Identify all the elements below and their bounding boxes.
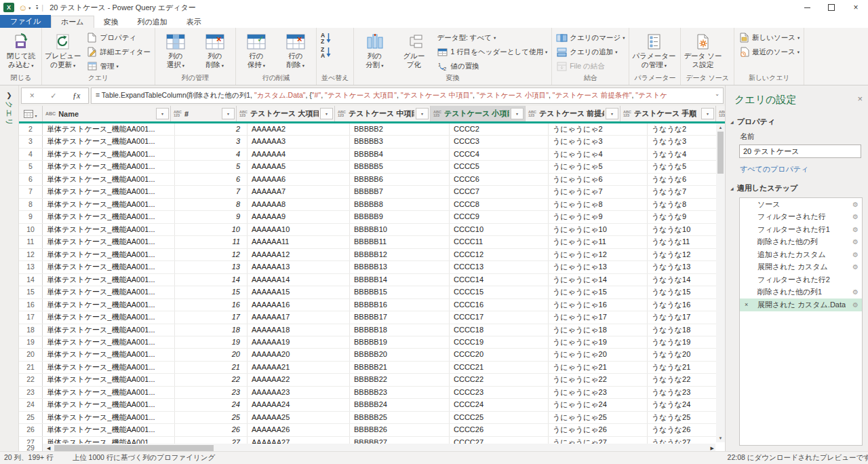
grid-cell[interactable]: BBBBB7 [350,186,450,197]
row-number[interactable]: 19 [19,336,43,348]
query-name-input[interactable] [739,144,861,158]
grid-cell[interactable]: CCCC17 [450,311,549,323]
grid-cell[interactable]: AAAAAA20 [248,349,350,360]
grid-cell[interactable]: うなうな18 [648,324,725,336]
step-item[interactable]: ソース⚙ [740,198,862,211]
grid-cell[interactable]: CCCC15 [450,286,549,298]
grid-cell[interactable]: BBBBB14 [350,274,450,286]
grid-cell[interactable]: うなうな8 [648,199,725,210]
panel-close-icon[interactable]: × [857,94,863,104]
grid-cell[interactable]: うにゃうにゃ10 [549,224,648,235]
sort-descending-button[interactable]: ZA [317,45,338,59]
grid-cell[interactable]: CCCC7 [450,186,549,197]
grid-cell[interactable]: うなうな22 [648,374,725,385]
row-number[interactable]: 20 [19,349,43,360]
row-number[interactable]: 16 [19,299,43,311]
grid-cell[interactable]: 6 [175,174,248,185]
manage-parameters-button[interactable]: パラメーターの管理▾ [630,28,677,70]
grid-cell[interactable]: うなうな27 [648,437,725,444]
grid-cell[interactable]: 単体テストケース_機能AA001... [43,199,175,210]
grid-cell[interactable]: CCCC12 [450,249,549,260]
row-number[interactable]: 14 [19,274,43,286]
grid-cell[interactable]: 13 [175,261,248,273]
grid-cell[interactable]: うにゃうにゃ16 [549,299,648,311]
grid-cell[interactable]: うにゃうにゃ12 [549,249,648,260]
grid-cell[interactable]: BBBBB21 [350,362,450,373]
grid-cell[interactable]: 単体テストケース_機能AA001... [43,374,175,385]
row-number[interactable]: 4 [19,149,43,160]
grid-cell[interactable]: BBBBB27 [350,437,450,444]
horizontal-scroll-thumb[interactable] [54,445,214,451]
grid-cell[interactable]: AAAAAA7 [248,186,350,197]
filter-button[interactable]: ▾ [222,108,235,119]
step-settings-gear-icon[interactable]: ⚙ [852,251,859,258]
row-number[interactable]: 13 [19,261,43,273]
grid-cell[interactable]: BBBBB20 [350,349,450,360]
row-number[interactable]: 26 [19,424,43,436]
grid-cell[interactable]: CCCC23 [450,387,549,398]
grid-cell[interactable]: AAAAAA8 [248,199,350,210]
grid-cell[interactable]: うなうな20 [648,349,725,360]
filter-button[interactable]: ▾ [701,108,714,119]
grid-cell[interactable]: 単体テストケース_機能AA001... [43,274,175,286]
grid-cell[interactable]: CCCC18 [450,324,549,336]
grid-cell[interactable]: AAAAAA27 [248,437,350,444]
grid-cell[interactable]: 単体テストケース_機能AA001... [43,387,175,398]
grid-cell[interactable]: BBBBB5 [350,161,450,172]
grid-cell[interactable]: 18 [175,324,248,336]
scroll-up-icon[interactable]: ▲ [719,123,723,132]
filter-button[interactable]: ▾ [416,108,429,119]
scroll-down-icon[interactable]: ▼ [719,434,723,442]
grid-cell[interactable]: CCCC27 [450,437,549,444]
grid-cell[interactable]: CCCC13 [450,261,549,273]
grid-cell[interactable]: 4 [175,149,248,160]
grid-cell[interactable]: 単体テストケース_機能AA001... [43,299,175,311]
grid-cell[interactable]: AAAAAA13 [248,261,350,273]
new-source-button[interactable]: 新しいソース▾ [735,31,803,45]
grid-cell[interactable]: うにゃうにゃ15 [549,286,648,298]
filter-button[interactable]: ▾ [156,108,169,119]
grid-cell[interactable]: 7 [175,186,248,197]
vertical-scrollbar[interactable]: ▲ ▼ [716,123,725,442]
grid-cell[interactable]: CCCC19 [450,336,549,348]
grid-cell[interactable]: うなうな25 [648,412,725,423]
tab-add-column[interactable]: 列の追加 [128,16,177,28]
grid-cell[interactable]: AAAAAA23 [248,387,350,398]
grid-cell[interactable]: 単体テストケース_機能AA001... [43,261,175,273]
grid-cell[interactable]: 単体テストケース_機能AA001... [43,149,175,160]
column-header[interactable]: ABC123#▾ [171,106,237,121]
grid-cell[interactable]: CCCC5 [450,161,549,172]
grid-cell[interactable]: 24 [175,399,248,410]
grid-cell[interactable]: うにゃうにゃ14 [549,274,648,286]
grid-cell[interactable]: AAAAAA6 [248,174,350,185]
grid-cell[interactable]: AAAAAA11 [248,236,350,248]
grid-cell[interactable]: 単体テストケース_機能AA001... [43,311,175,323]
row-number[interactable]: 11 [19,236,43,248]
grid-cell[interactable]: うにゃうにゃ23 [549,387,648,398]
grid-cell[interactable]: 単体テストケース_機能AA001... [43,362,175,373]
grid-cell[interactable]: BBBBB23 [350,387,450,398]
filter-button[interactable]: ▾ [511,108,524,119]
expand-formula-icon[interactable]: ⌄ [715,91,719,97]
grid-cell[interactable]: 単体テストケース_機能AA001... [43,336,175,348]
grid-cell[interactable]: CCCC24 [450,399,549,410]
grid-cell[interactable]: 単体テストケース_機能AA001... [43,437,175,444]
grid-cell[interactable]: うにゃうにゃ17 [549,311,648,323]
queries-pane-collapsed[interactable]: ❯ クエリ [0,85,19,451]
grid-cell[interactable]: うなうな3 [648,136,725,147]
grid-cell[interactable]: 単体テストケース_機能AA001... [43,424,175,436]
remove-columns-button[interactable]: ×列の削除▾ [195,28,235,70]
grid-cell[interactable]: BBBBB10 [350,224,450,235]
grid-cell[interactable]: うなうな24 [648,399,725,410]
grid-cell[interactable]: うなうな14 [648,274,725,286]
grid-cell[interactable]: 単体テストケース_機能AA001... [43,123,175,135]
restore-button[interactable] [819,0,844,15]
row-number[interactable]: 6 [19,174,43,185]
grid-cell[interactable]: AAAAAA19 [248,336,350,348]
step-settings-gear-icon[interactable]: ⚙ [852,201,859,208]
grid-cell[interactable]: CCCC10 [450,224,549,235]
scroll-right-icon[interactable]: ▶ [711,446,714,451]
properties-section-header[interactable]: ◢ プロパティ [726,115,868,130]
row-number[interactable]: 22 [19,374,43,385]
grid-cell[interactable]: CCCC9 [450,211,549,223]
